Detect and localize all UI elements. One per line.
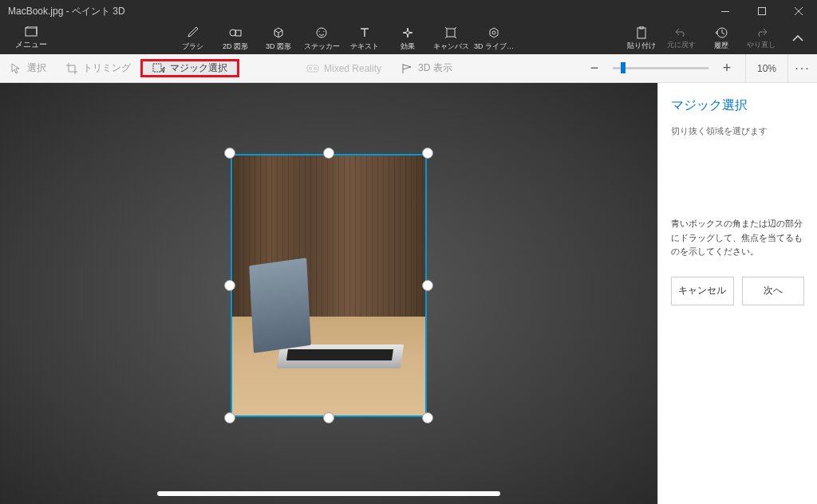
cancel-button[interactable]: キャンセル [671,277,734,305]
tool-effects-label: 効果 [401,41,415,52]
expand-panel-button[interactable] [783,24,812,53]
tool-sticker-label: ステッカー [304,41,340,52]
toolbar-center: ブラシ 2D 図形 3D 図形 ステッカー テキスト [171,22,515,54]
laptop-screen [249,258,310,352]
sticker-icon [314,26,329,40]
svg-point-7 [492,31,495,34]
tool-3d-label: 3D 図形 [266,41,291,52]
tool-canvas[interactable]: キャンバス [429,22,472,54]
more-button[interactable]: ··· [788,54,817,83]
resize-handle-bottom-left[interactable] [224,412,235,423]
resize-handle-top-right[interactable] [422,148,433,159]
zoom-slider[interactable] [613,67,708,69]
sub-toolbar: 選択 トリミング マジック選択 Mixed Reality 3D 表示 − [0,54,817,83]
history-label: 履歴 [714,41,728,51]
text-icon [357,26,372,40]
menu-button[interactable]: メニュー [0,22,62,54]
select-label: 選択 [27,61,46,75]
tool-effects[interactable]: 効果 [386,22,429,54]
trimming-tool[interactable]: トリミング [56,54,140,82]
maximize-button[interactable] [744,0,780,22]
close-button[interactable] [780,0,817,22]
svg-rect-0 [721,11,729,12]
title-bar: MacBook.jpg - ペイント 3D [0,0,817,22]
svg-point-14 [314,67,317,69]
canvas-scrollbar[interactable] [157,491,500,496]
tool-2d-label: 2D 図形 [223,41,248,52]
image-laptop [251,259,402,368]
brush-icon [185,26,199,40]
magic-select-label: マジック選択 [170,61,227,75]
panel-description: 青いボックスの角または辺の部分にドラッグして、焦点を当てるものを示してください。 [671,217,804,259]
paste-icon [636,26,647,39]
resize-handle-bottom-right[interactable] [422,412,433,423]
minimize-icon [721,11,729,12]
minimize-button[interactable] [707,0,744,22]
svg-point-13 [310,67,312,69]
tool-3dlib-label: 3D ライブ… [474,41,514,52]
tool-sticker[interactable]: ステッカー [300,22,343,54]
effects-icon [401,26,415,40]
panel-title: マジック選択 [671,97,804,114]
main-toolbar: メニュー ブラシ 2D 図形 3D 図形 ステッカー [0,22,817,54]
magic-select-highlight: マジック選択 [140,59,239,77]
zoom-percent[interactable]: 10% [745,54,788,82]
resize-handle-top-left[interactable] [224,148,235,159]
view-3d-tool[interactable]: 3D 表示 [391,54,462,82]
close-icon [795,7,803,15]
window-title: MacBook.jpg - ペイント 3D [8,5,125,18]
resize-handle-middle-left[interactable] [224,280,235,291]
magic-select-icon [152,62,165,75]
tool-text-label: テキスト [350,41,379,52]
canvas-area[interactable] [0,83,657,504]
chevron-up-icon [792,35,803,41]
side-panel: マジック選択 切り抜く領域を選びます 青いボックスの角または辺の部分にドラッグし… [657,83,817,504]
zoom-in-button[interactable]: + [716,58,737,79]
tool-2d-shapes[interactable]: 2D 図形 [214,22,257,54]
redo-button[interactable]: やり直し [744,22,779,54]
selection-bounds[interactable] [231,154,427,417]
panel-subtitle: 切り抜く領域を選びます [671,125,804,137]
svg-rect-2 [26,28,37,36]
work-area: マジック選択 切り抜く領域を選びます 青いボックスの角または辺の部分にドラッグし… [0,83,817,504]
crop-icon [65,62,78,75]
redo-label: やり直し [747,40,776,50]
tool-brush[interactable]: ブラシ [171,22,214,54]
tool-3d-library[interactable]: 3D ライブ… [472,22,515,54]
resize-handle-bottom-center[interactable] [323,412,334,423]
toolbar-right: 貼り付け 元に戻す 履歴 やり直し [624,22,812,54]
flag-icon [401,62,413,75]
svg-rect-8 [637,28,645,38]
canvas-icon [444,26,458,40]
magic-select-tool[interactable]: マジック選択 [143,61,237,75]
shape3d-icon [271,26,286,40]
tool-3d-shapes[interactable]: 3D 図形 [257,22,300,54]
cursor-icon [10,62,22,75]
mixed-reality-tool: Mixed Reality [297,54,391,82]
undo-icon [675,27,688,38]
tool-brush-label: ブラシ [182,41,203,52]
shape2d-icon [228,26,243,40]
menu-icon [23,26,39,37]
laptop-keys [287,349,394,360]
next-button[interactable]: 次へ [742,277,805,305]
redo-icon [755,27,768,38]
trimming-label: トリミング [83,61,131,75]
vr-icon [306,62,319,75]
svg-rect-6 [447,29,455,37]
resize-handle-middle-right[interactable] [422,280,433,291]
paste-label: 貼り付け [627,41,656,51]
zoom-out-button[interactable]: − [584,58,605,79]
tool-text[interactable]: テキスト [343,22,386,54]
library3d-icon [487,26,501,40]
zoom-thumb[interactable] [621,62,626,73]
paste-button[interactable]: 貼り付け [624,22,659,54]
history-button[interactable]: 履歴 [704,22,739,54]
tool-canvas-label: キャンバス [433,41,469,52]
resize-handle-top-center[interactable] [323,148,334,159]
menu-label: メニュー [15,39,47,50]
undo-button[interactable]: 元に戻す [664,22,699,54]
select-tool[interactable]: 選択 [0,54,56,82]
svg-rect-11 [153,64,161,72]
mixed-reality-label: Mixed Reality [324,63,381,74]
